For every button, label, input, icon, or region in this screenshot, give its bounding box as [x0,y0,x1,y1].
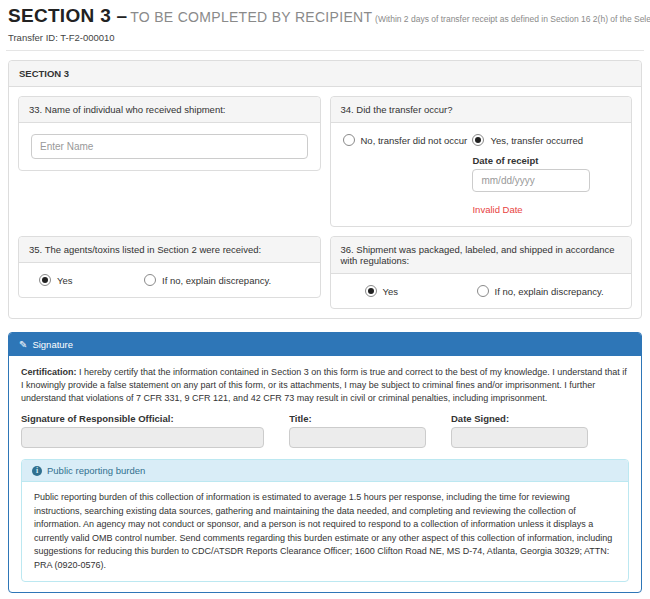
invalid-date-error: Invalid Date [472,204,619,215]
radio-label: If no, explain discrepancy. [495,286,604,297]
radio-icon [343,134,355,146]
public-reporting-burden-text: Public reporting burden of this collecti… [22,482,628,581]
question-34-label: 34. Did the transfer occur? [331,97,632,123]
section3-panel: SECTION 3 33. Name of individual who rec… [8,60,642,319]
signature-official-input [21,427,264,448]
radio-label: If no, explain discrepancy. [162,275,271,286]
radio-icon [477,285,489,297]
section3-panel-header: SECTION 3 [9,61,641,87]
radio-label: Yes [383,286,399,297]
signature-panel: ✎ Signature Certification: I hereby cert… [8,332,642,593]
signature-official-label: Signature of Responsible Official: [21,413,264,424]
question-35-panel: 35. The agents/toxins listed in Section … [18,236,321,298]
date-signed-field: Date Signed: [451,413,588,448]
title-label: Title: [289,413,426,424]
date-signed-input [451,427,588,448]
public-reporting-burden-panel: i Public reporting burden Public reporti… [21,459,629,582]
page-title-note: (Within 2 days of transfer receipt as de… [375,14,650,24]
transfer-id: Transfer ID: T-F2-000010 [8,32,642,43]
radio-option-q35-no[interactable]: If no, explain discrepancy. [144,274,271,286]
signature-panel-header: ✎ Signature [9,333,641,356]
section3-panel-body: 33. Name of individual who received ship… [9,87,641,318]
radio-option-transfer-yes[interactable]: Yes, transfer occurred [472,134,619,146]
radio-icon [144,274,156,286]
radio-label: Yes [57,275,73,286]
header-divider [6,50,644,51]
radio-option-q36-no[interactable]: If no, explain discrepancy. [477,285,604,297]
public-reporting-burden-header: i Public reporting burden [22,460,628,482]
certification-label: Certification: [21,367,77,377]
signature-panel-title: Signature [32,339,73,350]
radio-icon-checked [365,285,377,297]
signature-official-field: Signature of Responsible Official: [21,413,264,448]
question-33-label: 33. Name of individual who received ship… [19,97,320,123]
signature-panel-body: Certification: I hereby certify that the… [9,356,641,592]
info-icon: i [32,466,42,476]
question-35-label: 35. The agents/toxins listed in Section … [19,237,320,263]
radio-label: Yes, transfer occurred [490,135,583,146]
question-36-panel: 36. Shipment was packaged, labeled, and … [330,236,633,309]
page: SECTION 3 – TO BE COMPLETED BY RECIPIENT… [0,0,650,599]
radio-option-q35-yes[interactable]: Yes [39,274,144,286]
title-field: Title: [289,413,426,448]
title-input [289,427,426,448]
radio-option-transfer-no[interactable]: No, transfer did not occur [343,134,473,146]
date-of-receipt-input[interactable] [472,169,590,192]
question-34-panel: 34. Did the transfer occur? No, transfer… [330,96,633,227]
recipient-name-input[interactable] [31,134,308,159]
pencil-icon: ✎ [19,340,27,350]
certification-text: Certification: I hereby certify that the… [21,366,629,404]
date-signed-label: Date Signed: [451,413,588,424]
public-reporting-burden-title: Public reporting burden [47,465,145,476]
page-title-main: SECTION 3 – [8,5,127,26]
question-33-panel: 33. Name of individual who received ship… [18,96,321,171]
page-title: SECTION 3 – TO BE COMPLETED BY RECIPIENT… [8,5,642,30]
date-of-receipt-label: Date of receipt [472,155,619,166]
radio-label: No, transfer did not occur [361,135,468,146]
radio-option-q36-yes[interactable]: Yes [365,285,477,297]
radio-icon-checked [39,274,51,286]
radio-icon-checked [472,134,484,146]
page-title-sub: TO BE COMPLETED BY RECIPIENT [130,9,372,25]
question-36-label: 36. Shipment was packaged, labeled, and … [331,237,632,274]
